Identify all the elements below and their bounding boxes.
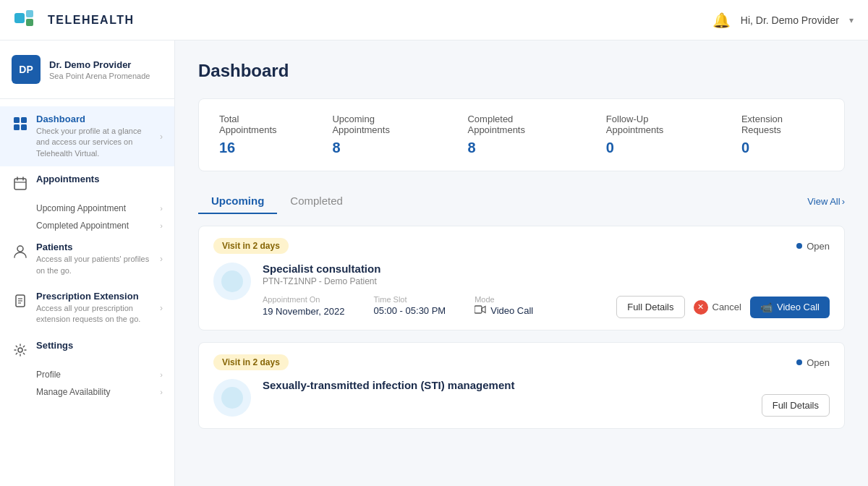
stat-completed-label: Completed Appointments bbox=[467, 114, 571, 135]
video-icon-0: 📹 bbox=[760, 302, 773, 313]
stat-upcoming-label: Upcoming Appointments bbox=[332, 114, 433, 135]
availability-label: Manage Availability bbox=[36, 387, 111, 397]
stat-followup-value: 0 bbox=[606, 140, 707, 156]
dashboard-label: Dashboard bbox=[36, 114, 156, 124]
stat-extension: Extension Requests 0 bbox=[741, 114, 824, 156]
stat-total-value: 16 bbox=[219, 140, 297, 156]
sidebar-subitem-upcoming[interactable]: Upcoming Appointment › bbox=[0, 200, 174, 217]
sidebar-item-dashboard[interactable]: Dashboard Check your profile at a glance… bbox=[0, 106, 174, 166]
appointment-card-1: Visit in 2 days Open 🩺 Sexually-transmit… bbox=[198, 342, 845, 429]
appt-header-0: Visit in 2 days Open bbox=[213, 238, 830, 254]
tab-upcoming[interactable]: Upcoming bbox=[198, 189, 277, 214]
sidebar-item-patients[interactable]: Patients Access all your patients' profi… bbox=[0, 234, 174, 284]
full-details-button-0[interactable]: Full Details bbox=[616, 296, 684, 318]
patients-label: Patients bbox=[36, 242, 156, 252]
view-all-button[interactable]: View All › bbox=[807, 196, 845, 207]
appt-info-0: Specialist consultation PTN-TZ1NNP - Dem… bbox=[263, 263, 605, 318]
appt-date-label-0: Appointment On bbox=[263, 295, 344, 304]
sidebar-subitem-completed[interactable]: Completed Appointment › bbox=[0, 217, 174, 234]
sidebar-subitem-profile[interactable]: Profile › bbox=[0, 366, 174, 383]
nav-user[interactable]: 🔔 Hi, Dr. Demo Provider ▾ bbox=[712, 12, 854, 29]
appt-mode-label-0: Mode bbox=[475, 295, 533, 304]
sidebar-item-appointments[interactable]: Appointments bbox=[0, 166, 174, 200]
sidebar-profile: DP Dr. Demo Provider Sea Point Arena Pro… bbox=[0, 40, 174, 99]
page-title: Dashboard bbox=[198, 61, 845, 81]
cancel-icon-0: ✕ bbox=[694, 300, 708, 315]
dashboard-desc: Check your profile at a glance and acces… bbox=[36, 126, 156, 159]
bell-icon[interactable]: 🔔 bbox=[712, 12, 731, 29]
video-call-label-0: Video Call bbox=[777, 302, 820, 312]
video-call-icon-inline bbox=[475, 305, 486, 316]
prescription-content: Prescription Extension Access all your p… bbox=[36, 291, 156, 325]
dashboard-arrow: › bbox=[160, 132, 163, 142]
svg-rect-4 bbox=[21, 117, 27, 123]
app-name: TELEHEALTH bbox=[48, 14, 135, 27]
upcoming-appt-label: Upcoming Appointment bbox=[36, 203, 126, 213]
profile-arrow: › bbox=[160, 370, 163, 379]
main-layout: DP Dr. Demo Provider Sea Point Arena Pro… bbox=[0, 40, 868, 486]
prescription-arrow: › bbox=[160, 303, 163, 313]
status-dot-1 bbox=[796, 359, 802, 365]
completed-appt-label: Completed Appointment bbox=[36, 221, 129, 231]
appt-patient-0: PTN-TZ1NNP - Demo Patient bbox=[263, 276, 605, 286]
tab-completed[interactable]: Completed bbox=[277, 189, 356, 214]
dashboard-content: Dashboard Check your profile at a glance… bbox=[36, 114, 156, 159]
patients-content: Patients Access all your patients' profi… bbox=[36, 242, 156, 276]
view-all-label: View All bbox=[807, 196, 840, 207]
svg-point-16 bbox=[18, 348, 22, 352]
topnav: TELEHEALTH 🔔 Hi, Dr. Demo Provider ▾ bbox=[0, 0, 868, 40]
appointments-icon bbox=[12, 175, 29, 192]
stat-completed-value: 8 bbox=[467, 140, 571, 156]
svg-rect-6 bbox=[21, 124, 27, 130]
patients-desc: Access all your patients' profiles on th… bbox=[36, 254, 156, 276]
prescription-icon bbox=[12, 292, 29, 310]
stat-upcoming-value: 8 bbox=[332, 140, 433, 156]
appointment-card-0: Visit in 2 days Open 🩺 Specialist consul… bbox=[198, 226, 845, 331]
tabs: Upcoming Completed bbox=[198, 189, 356, 214]
svg-point-17 bbox=[221, 270, 243, 292]
appt-actions-0: Full Details ✕ Cancel 📹 Video Call bbox=[616, 296, 830, 318]
appt-title-1: Sexually-transmitted infection (STI) man… bbox=[263, 379, 750, 391]
completed-appt-arrow: › bbox=[160, 221, 163, 230]
appt-info-1: Sexually-transmitted infection (STI) man… bbox=[263, 379, 750, 393]
stat-extension-value: 0 bbox=[741, 140, 824, 156]
appt-type-icon-1: 🩺 bbox=[213, 379, 251, 417]
appt-mode-value-0: Video Call bbox=[475, 305, 533, 316]
svg-rect-7 bbox=[14, 179, 26, 189]
profile-info: Dr. Demo Provider Sea Point Arena Promen… bbox=[49, 59, 150, 80]
appt-actions-1: Full Details bbox=[762, 394, 830, 417]
stat-followup-label: Follow-Up Appointments bbox=[606, 114, 707, 135]
appt-time-value-0: 05:00 - 05:30 PM bbox=[373, 305, 446, 316]
svg-point-11 bbox=[17, 246, 23, 252]
profile-name: Dr. Demo Provider bbox=[49, 59, 150, 70]
view-all-arrow: › bbox=[842, 196, 845, 207]
appointments-content: Appointments bbox=[36, 174, 163, 184]
patients-arrow: › bbox=[160, 254, 163, 264]
svg-rect-2 bbox=[26, 19, 33, 26]
settings-content: Settings bbox=[36, 340, 163, 351]
mode-text-0: Video Call bbox=[490, 305, 533, 316]
chevron-down-icon: ▾ bbox=[849, 15, 854, 25]
full-details-button-1[interactable]: Full Details bbox=[762, 394, 830, 417]
cancel-label-0: Cancel bbox=[712, 302, 741, 312]
upcoming-appt-arrow: › bbox=[160, 204, 163, 213]
profile-location: Sea Point Arena Promenade bbox=[49, 72, 150, 80]
svg-rect-3 bbox=[14, 117, 20, 123]
sidebar-item-prescription[interactable]: Prescription Extension Access all your p… bbox=[0, 284, 174, 333]
sidebar-item-settings[interactable]: Settings bbox=[0, 333, 174, 366]
availability-arrow: › bbox=[160, 388, 163, 396]
svg-rect-5 bbox=[14, 124, 20, 130]
status-dot-0 bbox=[796, 243, 802, 249]
cancel-button-0[interactable]: ✕ Cancel bbox=[694, 300, 741, 315]
sidebar-subitem-availability[interactable]: Manage Availability › bbox=[0, 383, 174, 401]
status-label-0: Open bbox=[807, 241, 830, 252]
avatar: DP bbox=[12, 55, 41, 84]
stats-bar: Total Appointments 16 Upcoming Appointme… bbox=[198, 98, 845, 171]
nav-greeting: Hi, Dr. Demo Provider bbox=[741, 14, 839, 26]
appointments-label: Appointments bbox=[36, 174, 163, 184]
logo-area: TELEHEALTH bbox=[14, 10, 135, 30]
video-call-button-0[interactable]: 📹 Video Call bbox=[750, 297, 830, 318]
appt-details-0: Appointment On 19 November, 2022 Time Sl… bbox=[263, 295, 605, 318]
stat-completed: Completed Appointments 8 bbox=[467, 114, 571, 156]
settings-icon bbox=[12, 341, 29, 359]
